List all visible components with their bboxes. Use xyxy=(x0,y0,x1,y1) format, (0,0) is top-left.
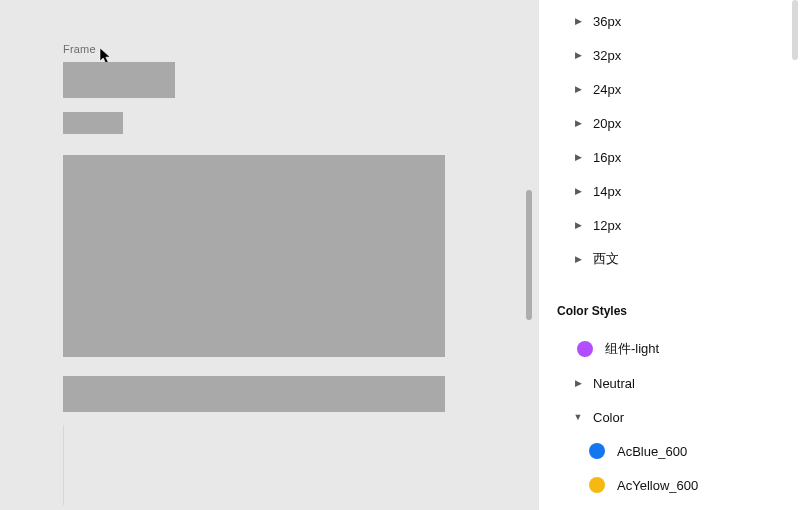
color-item-label: Neutral xyxy=(593,376,635,391)
chevron-right-icon: ▶ xyxy=(573,84,583,94)
guide-line xyxy=(63,425,64,505)
color-item-label: 组件-light xyxy=(605,340,659,358)
chevron-right-icon: ▶ xyxy=(573,118,583,128)
placeholder-block[interactable] xyxy=(63,112,123,134)
canvas-scrollbar-thumb[interactable] xyxy=(526,190,532,320)
chevron-right-icon: ▶ xyxy=(573,254,583,264)
color-swatch-icon xyxy=(589,477,605,493)
spacing-item[interactable]: ▶ 24px xyxy=(539,72,800,106)
color-item[interactable]: ▼ Color xyxy=(539,400,800,434)
color-item-label: AcYellow_600 xyxy=(617,478,698,493)
chevron-right-icon: ▶ xyxy=(573,186,583,196)
chevron-right-icon: ▶ xyxy=(573,50,583,60)
panel-scrollbar-thumb[interactable] xyxy=(792,0,798,60)
spacing-item-label: 36px xyxy=(593,14,621,29)
spacing-item-label: 14px xyxy=(593,184,621,199)
chevron-down-icon: ▼ xyxy=(573,412,583,422)
frame-label[interactable]: Frame xyxy=(63,43,96,55)
chevron-right-icon: ▶ xyxy=(573,16,583,26)
color-styles-heading: Color Styles xyxy=(539,276,800,332)
placeholder-block[interactable] xyxy=(63,376,445,412)
chevron-right-icon: ▶ xyxy=(573,378,583,388)
placeholder-block[interactable] xyxy=(63,155,445,357)
spacing-item[interactable]: ▶ 西文 xyxy=(539,242,800,276)
color-swatch-icon xyxy=(577,341,593,357)
spacing-item-label: 20px xyxy=(593,116,621,131)
spacing-item[interactable]: ▶ 36px xyxy=(539,4,800,38)
color-item-label: Color xyxy=(593,410,624,425)
spacing-item-label: 16px xyxy=(593,150,621,165)
spacing-item[interactable]: ▶ 20px xyxy=(539,106,800,140)
placeholder-block[interactable] xyxy=(63,62,175,98)
spacing-item[interactable]: ▶ 12px xyxy=(539,208,800,242)
spacing-item-label: 12px xyxy=(593,218,621,233)
canvas[interactable]: Frame xyxy=(0,0,538,510)
spacing-item-label: 24px xyxy=(593,82,621,97)
chevron-right-icon: ▶ xyxy=(573,152,583,162)
color-item-label: AcBlue_600 xyxy=(617,444,687,459)
spacing-item-label: 32px xyxy=(593,48,621,63)
spacing-item[interactable]: ▶ 16px xyxy=(539,140,800,174)
color-item[interactable]: 组件-light xyxy=(539,332,800,366)
color-item[interactable]: AcBlue_600 xyxy=(539,434,800,468)
spacing-item[interactable]: ▶ 32px xyxy=(539,38,800,72)
styles-list: ▶ 36px ▶ 32px ▶ 24px ▶ 20px ▶ 16px ▶ 14p… xyxy=(539,2,800,510)
styles-panel: ▶ 36px ▶ 32px ▶ 24px ▶ 20px ▶ 16px ▶ 14p… xyxy=(538,0,800,510)
color-swatch-icon xyxy=(589,443,605,459)
spacing-item-label: 西文 xyxy=(593,250,619,268)
chevron-right-icon: ▶ xyxy=(573,220,583,230)
spacing-item[interactable]: ▶ 14px xyxy=(539,174,800,208)
color-item[interactable]: ▶ Neutral xyxy=(539,366,800,400)
color-item[interactable]: AcYellow_600 xyxy=(539,468,800,502)
